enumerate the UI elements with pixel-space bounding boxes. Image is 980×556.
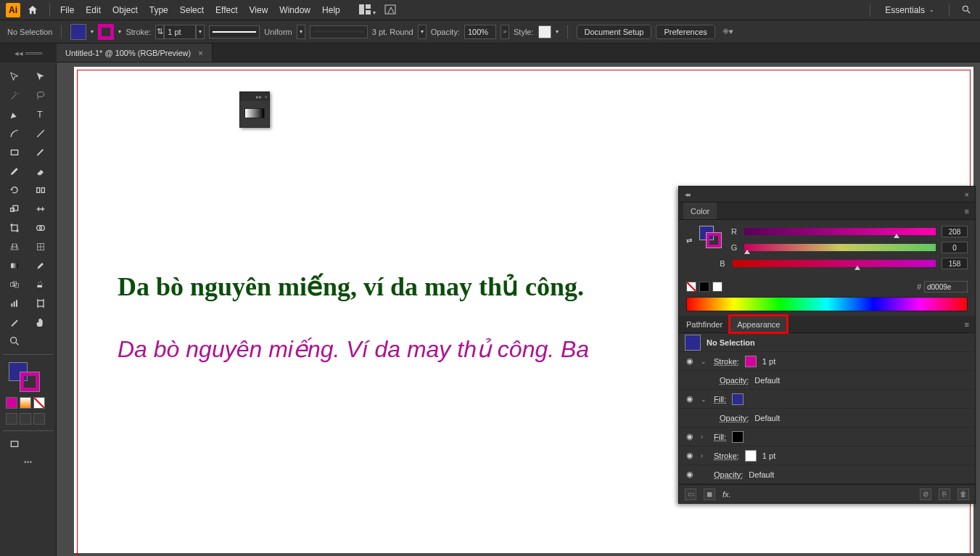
fill-swatch[interactable] — [70, 24, 86, 40]
document-setup-button[interactable]: Document Setup — [577, 25, 652, 39]
visibility-toggle-icon[interactable]: ◉ — [685, 432, 695, 441]
panel-collapse-icon[interactable]: ▸▸ — [256, 94, 262, 100]
slice-tool-icon[interactable] — [3, 314, 26, 331]
gradient-preview-icon[interactable] — [244, 108, 265, 118]
brush-definition[interactable] — [310, 25, 368, 38]
visibility-toggle-icon[interactable]: ◉ — [685, 470, 695, 479]
opacity-label[interactable]: Opacity: — [720, 376, 749, 385]
menu-file[interactable]: File — [54, 2, 80, 18]
lasso-tool-icon[interactable] — [29, 87, 52, 105]
visibility-toggle-icon[interactable]: ◉ — [685, 394, 695, 404]
add-effect-icon[interactable]: fx. — [722, 490, 731, 499]
graphic-style-swatch[interactable] — [538, 25, 551, 38]
opacity-label[interactable]: Opacity: — [720, 414, 749, 422]
close-icon[interactable]: × — [965, 190, 969, 199]
panel-stroke-icon[interactable] — [707, 233, 721, 248]
gradient-tool-icon[interactable] — [3, 257, 26, 274]
black-swatch-icon[interactable] — [699, 282, 709, 292]
home-icon[interactable] — [26, 4, 39, 17]
screen-mode-icon[interactable] — [3, 436, 26, 453]
expand-icon[interactable]: ⌄ — [701, 358, 708, 365]
new-stroke-icon[interactable]: ▭ — [685, 488, 696, 500]
stroke-swatch-icon[interactable] — [745, 356, 757, 367]
zoom-tool-icon[interactable] — [3, 332, 26, 350]
menu-edit[interactable]: Edit — [80, 2, 107, 18]
fill-label[interactable]: Fill: — [714, 433, 726, 441]
eraser-tool-icon[interactable] — [29, 163, 52, 180]
opacity-label[interactable]: Opacity: — [714, 470, 743, 479]
line-segment-tool-icon[interactable] — [3, 125, 26, 142]
rectangle-tool-icon[interactable] — [3, 144, 26, 161]
text-object-1[interactable]: Da bò nguyên miếng, ví da may thủ công. — [118, 271, 584, 302]
text-object-2[interactable]: Da bò nguyên miếng. Ví da may thủ công. … — [118, 335, 589, 363]
column-graph-tool-icon[interactable] — [3, 295, 26, 312]
duplicate-item-icon[interactable]: ⎘ — [939, 488, 950, 500]
color-spectrum[interactable] — [686, 297, 968, 311]
stroke-weight-value[interactable]: 1 pt — [762, 357, 775, 366]
appearance-fill-row[interactable]: ◉ ⌄ Fill: — [679, 390, 975, 409]
b-slider[interactable] — [733, 260, 936, 267]
hex-input[interactable] — [924, 281, 968, 293]
g-slider[interactable] — [744, 244, 936, 251]
mesh-tool-icon[interactable] — [29, 238, 52, 255]
stroke-label[interactable]: Stroke: — [714, 357, 739, 366]
pencil-tool-icon[interactable] — [3, 163, 26, 180]
panel-fill-stroke[interactable] — [699, 226, 721, 255]
swap-fill-stroke-icon[interactable]: ⇄ — [686, 237, 696, 245]
none-swatch-icon[interactable] — [686, 282, 696, 292]
appearance-stroke-row[interactable]: ◉ ⌄ Stroke: 1 pt — [679, 352, 975, 371]
menu-window[interactable]: Window — [273, 2, 316, 18]
stroke-weight-value[interactable]: 1 pt — [762, 451, 775, 460]
tab-color[interactable]: Color — [683, 203, 717, 219]
delete-item-icon[interactable]: 🗑 — [958, 488, 969, 500]
workspace-switcher[interactable]: Essentials ⌄ — [879, 4, 940, 17]
opacity-dropdown-icon[interactable]: > — [501, 25, 509, 39]
stroke-color-icon[interactable] — [20, 372, 39, 391]
new-fill-icon[interactable]: ◼ — [704, 488, 715, 500]
none-mode-icon[interactable] — [33, 397, 45, 409]
appearance-fill2-row[interactable]: ◉ › Fill: — [679, 428, 975, 446]
fill-stroke-control[interactable] — [3, 362, 53, 391]
layout-icon[interactable]: ▾ — [355, 3, 380, 17]
tab-pathfinder[interactable]: Pathfinder — [679, 316, 730, 332]
draw-normal-icon[interactable] — [6, 413, 17, 425]
perspective-grid-tool-icon[interactable] — [3, 238, 26, 255]
visibility-toggle-icon[interactable]: ◉ — [685, 451, 695, 460]
magic-wand-tool-icon[interactable] — [3, 87, 26, 105]
blend-tool-icon[interactable] — [3, 276, 26, 293]
close-tab-icon[interactable]: × — [198, 49, 202, 57]
document-tab[interactable]: Untitled-1* @ 100% (RGB/Preview) × — [57, 44, 213, 62]
appearance-stroke2-row[interactable]: ◉ › Stroke: 1 pt — [679, 446, 975, 465]
search-icon[interactable] — [958, 4, 974, 16]
align-icon[interactable]: ⁜▾ — [720, 27, 736, 36]
b-value-input[interactable] — [942, 258, 968, 269]
reflect-tool-icon[interactable] — [29, 181, 52, 199]
white-swatch-icon[interactable] — [712, 282, 722, 292]
arrange-documents-icon[interactable] — [380, 3, 400, 17]
opacity-input[interactable] — [464, 25, 496, 39]
tab-appearance[interactable]: Appearance — [730, 316, 787, 332]
panel-collapse-icon[interactable]: ◂◂ — [685, 191, 689, 198]
stroke-dropdown-icon[interactable]: ▾ — [118, 28, 121, 35]
menu-help[interactable]: Help — [316, 2, 346, 18]
menu-view[interactable]: View — [244, 2, 274, 18]
rotate-tool-icon[interactable] — [3, 181, 26, 199]
stroke-label[interactable]: Stroke: — [714, 451, 739, 460]
gradient-mode-icon[interactable] — [20, 397, 31, 409]
appearance-opacity-row[interactable]: ◉ Opacity: Default — [679, 465, 975, 484]
artboard-tool-icon[interactable] — [29, 295, 52, 312]
menu-object[interactable]: Object — [107, 2, 144, 18]
stroke-profile-dropdown-icon[interactable]: ▾ — [297, 25, 305, 39]
menu-type[interactable]: Type — [144, 2, 174, 18]
shape-builder-tool-icon[interactable] — [29, 219, 52, 237]
color-mode-icon[interactable] — [6, 397, 17, 409]
fill-swatch-icon[interactable] — [732, 431, 744, 443]
panel-collapse-handle[interactable]: ◂◂ ═══ — [0, 44, 57, 62]
style-dropdown-icon[interactable]: ▾ — [556, 28, 559, 35]
fill-label[interactable]: Fill: — [714, 395, 726, 404]
paintbrush-tool-icon[interactable] — [29, 144, 52, 161]
expand-icon[interactable]: › — [701, 433, 708, 441]
direct-selection-tool-icon[interactable] — [29, 68, 52, 86]
stroke-swatch-icon[interactable] — [745, 450, 757, 462]
stroke-weight-input[interactable] — [164, 25, 196, 39]
